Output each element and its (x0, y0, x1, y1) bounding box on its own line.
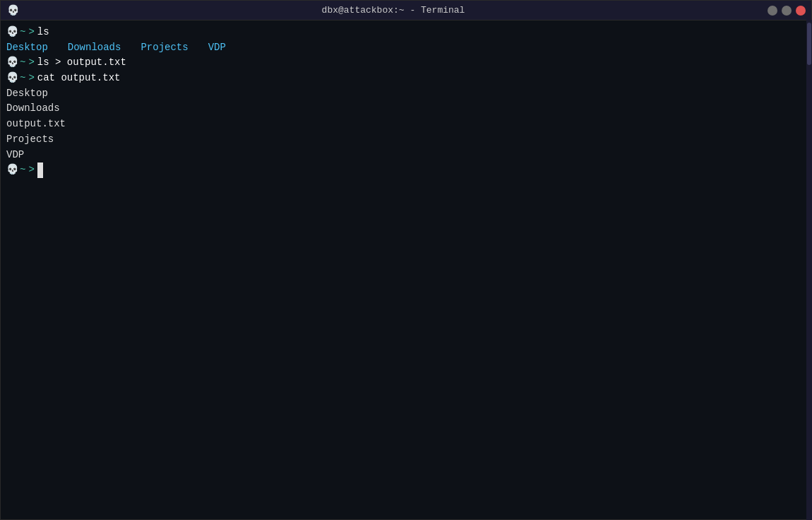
command-line-1: 💀 ~ > ls (6, 25, 806, 40)
terminal-body[interactable]: 💀 ~ > ls Desktop Downloads Projects VDP … (1, 20, 811, 519)
cat-output: Desktop Downloads output.txt Projects VD… (6, 86, 806, 162)
titlebar-buttons (768, 6, 806, 16)
cat-line-1: Desktop (6, 86, 806, 102)
cursor (37, 162, 43, 178)
prompt-arrow-2: > (28, 55, 34, 71)
prompt-skull-4: 💀 (6, 162, 18, 178)
active-prompt: 💀 ~ > (6, 162, 806, 178)
prompt-skull-3: 💀 (6, 71, 18, 86)
terminal-window: 💀 dbx@attackbox:~ - Terminal 💀 ~ > ls De… (0, 0, 812, 520)
prompt-arrow-1: > (28, 25, 34, 40)
prompt-arrow-4: > (28, 162, 34, 178)
ls-item-projects: Projects (141, 40, 188, 56)
prompt-tilde-3: ~ (20, 71, 25, 86)
cat-line-3: output.txt (6, 117, 806, 132)
command-line-2: 💀 ~ > ls > output.txt (6, 55, 806, 71)
scrollbar-thumb[interactable] (807, 23, 811, 65)
command-line-3: 💀 ~ > cat output.txt (6, 71, 806, 86)
scrollbar-track[interactable] (806, 20, 812, 520)
cat-line-2: Downloads (6, 101, 806, 117)
titlebar-title: dbx@attackbox:~ - Terminal (19, 5, 768, 16)
titlebar-icon: 💀 (6, 4, 19, 17)
app-icon: 💀 (7, 4, 19, 16)
prompt-tilde-4: ~ (20, 162, 25, 178)
command-text-3: cat output.txt (37, 71, 121, 86)
prompt-arrow-3: > (28, 71, 34, 86)
cat-line-4: Projects (6, 132, 806, 148)
ls-item-downloads: Downloads (68, 40, 121, 56)
ls-item-desktop: Desktop (6, 40, 48, 56)
titlebar: 💀 dbx@attackbox:~ - Terminal (1, 1, 811, 20)
close-button[interactable] (796, 6, 806, 16)
prompt-skull-1: 💀 (6, 25, 18, 40)
prompt-tilde-2: ~ (20, 55, 25, 71)
command-text-2: ls > output.txt (37, 55, 126, 71)
cat-line-5: VDP (6, 148, 806, 163)
minimize-button[interactable] (768, 6, 777, 16)
command-text-1: ls (37, 25, 49, 40)
prompt-skull-2: 💀 (6, 55, 18, 71)
ls-output: Desktop Downloads Projects VDP (6, 40, 806, 56)
prompt-tilde-1: ~ (20, 25, 25, 40)
ls-item-vdp: VDP (208, 40, 226, 56)
maximize-button[interactable] (782, 6, 792, 16)
